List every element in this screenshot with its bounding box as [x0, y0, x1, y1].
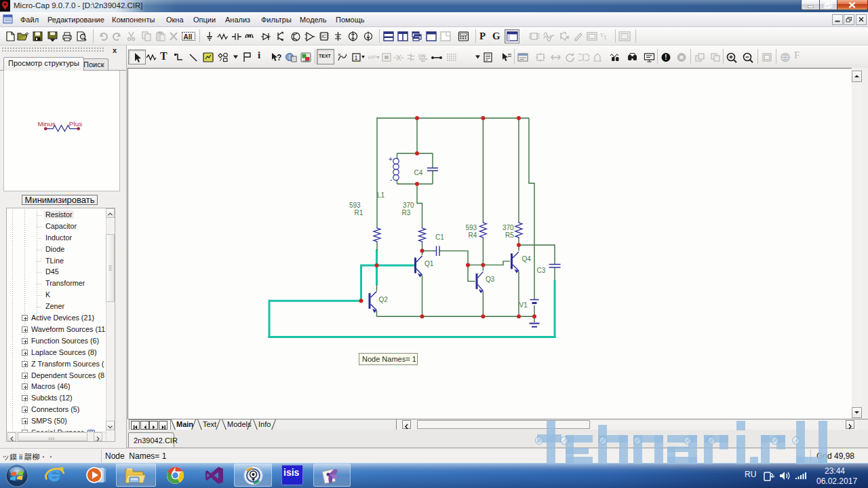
svg-text:Q4: Q4: [522, 255, 532, 263]
svg-text:C4: C4: [414, 169, 423, 176]
svg-text:L1: L1: [377, 191, 385, 199]
svg-text:C1: C1: [435, 233, 444, 241]
svg-text:Q1: Q1: [425, 260, 434, 267]
svg-text:-: -: [390, 175, 393, 183]
svg-text:593: 593: [349, 202, 361, 209]
svg-text:V1: V1: [519, 301, 528, 309]
svg-text:Q3: Q3: [486, 276, 495, 283]
svg-text:R4: R4: [469, 231, 477, 239]
svg-text:593: 593: [466, 224, 477, 231]
svg-text:370: 370: [502, 224, 514, 231]
svg-text:Q2: Q2: [379, 296, 389, 303]
svg-text:R1: R1: [355, 209, 363, 217]
svg-text:R5: R5: [505, 231, 514, 239]
svg-text:+: +: [389, 155, 393, 163]
svg-text:R3: R3: [402, 209, 411, 217]
svg-text:370: 370: [403, 202, 414, 209]
svg-text:C3: C3: [537, 267, 546, 274]
